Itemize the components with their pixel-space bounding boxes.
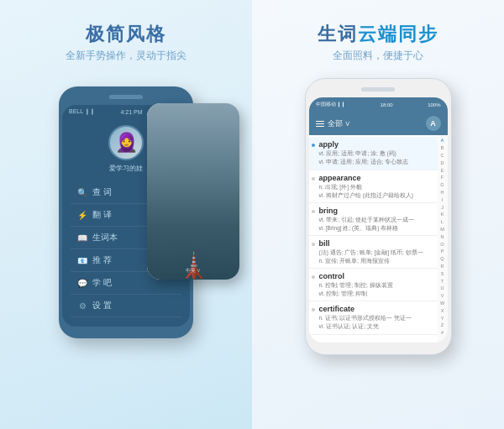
alpha-letter[interactable]: M <box>440 226 444 233</box>
menu-icon: 📖 <box>77 233 87 243</box>
phone-secondary: 🗼 中英 ∨ <box>147 103 239 280</box>
alpha-letter[interactable]: Y <box>441 315 444 322</box>
entry-def2: vi. 申请; 适用; 应用; 适合; 专心致志 <box>316 158 431 165</box>
alpha-letter[interactable]: E <box>441 167 444 175</box>
username: 爱学习的娃 <box>109 164 143 173</box>
entry-dot <box>312 243 315 246</box>
alpha-letter[interactable]: L <box>441 218 444 226</box>
avatar-icon: 🧕 <box>115 132 138 154</box>
entry-def2: vt. 控制; 管理; 抑制 <box>316 290 431 297</box>
right-subtitle: 全面照料，便捷于心 <box>318 49 438 63</box>
alpha-letter[interactable]: X <box>441 307 444 315</box>
phone-right: 中国移动 ❙❙ 18:00 100% 全部 ∨ A apply vt. 应用; … <box>305 78 452 355</box>
dict-avatar-button[interactable]: A <box>426 116 441 131</box>
entry-word: apply <box>316 140 431 149</box>
entry-def2: vi. 证书认证; 认证; 文凭 <box>316 322 431 330</box>
tower-icon: 🗼 <box>178 250 209 280</box>
carrier-right: 中国移动 ❙❙ <box>316 101 346 108</box>
photo-caption: 中英 ∨ <box>186 267 202 275</box>
alpha-letter[interactable]: J <box>441 204 444 212</box>
menu-icon: ⚡ <box>77 211 87 220</box>
phone-container-left: BELL ❙❙ 4:21 PM 100% 🧕 爱学习的娃 🔍查 词⚡翻 译📖生词… <box>59 86 193 338</box>
menu-label: 生词本 <box>92 232 118 243</box>
dict-list: apply vt. 应用; 适用; 申请; 涂; 敷 (药) vi. 申请; 适… <box>309 135 438 343</box>
menu-label: 翻 译 <box>92 209 112 221</box>
alpha-letter[interactable]: P <box>441 248 444 255</box>
alpha-letter[interactable]: I <box>442 196 444 204</box>
avatar: 🧕 <box>108 125 144 160</box>
alpha-letter[interactable]: O <box>440 241 444 249</box>
entry-word: certificate <box>316 305 431 313</box>
phone-right-screen: 中国移动 ❙❙ 18:00 100% 全部 ∨ A apply vt. 应用; … <box>309 97 448 343</box>
menu-icon: ⚙ <box>77 301 87 311</box>
left-panel: 极简风格 全新手势操作，灵动于指尖 BELL ❙❙ 4:21 PM 100% 🧕… <box>0 0 252 429</box>
alpha-letter[interactable]: W <box>440 300 444 307</box>
entry-dot <box>312 275 315 279</box>
entry-def: vt. 带来; 引起; 使处于某种状况一成一 <box>316 216 431 223</box>
alpha-letter[interactable]: K <box>441 211 444 218</box>
entry-def2: n. 宣传; 开账单; 用海报宣传 <box>316 257 431 264</box>
entry-dot <box>312 144 315 147</box>
alpha-letter[interactable]: F <box>441 174 444 181</box>
carrier-left: BELL ❙❙ <box>69 108 95 115</box>
alpha-letter[interactable]: B <box>441 144 444 152</box>
alpha-letter[interactable]: C <box>441 152 444 160</box>
menu-icon: 💬 <box>77 279 87 288</box>
entry-word: control <box>316 272 431 280</box>
menu-icon: 🔍 <box>77 188 87 197</box>
alpha-letter[interactable]: Q <box>440 255 444 263</box>
right-title-part1: 生词 <box>318 24 358 44</box>
entry-dot <box>312 177 315 180</box>
entry-def: (法) 通告; 广告; 账单; [金融] 纸币; 钞票一 <box>316 249 431 256</box>
left-subtitle: 全新手势操作，灵动于指尖 <box>66 49 186 63</box>
alpha-letter[interactable]: # <box>441 329 444 337</box>
dict-entry[interactable]: bill (法) 通告; 广告; 账单; [金融] 纸币; 钞票一 n. 宣传;… <box>309 236 438 269</box>
alpha-letter[interactable]: R <box>441 263 444 270</box>
alpha-letter[interactable]: S <box>441 270 444 278</box>
dict-entry[interactable]: bring vt. 带来; 引起; 使处于某种状况一成一 vi. [Bring]… <box>309 203 438 236</box>
alpha-letter[interactable]: A <box>441 137 444 144</box>
entry-def: n. 控制; 管理; 制控; 操纵装置 <box>316 281 431 289</box>
menu-item[interactable]: ⚙设 置 <box>71 295 181 317</box>
dict-entry[interactable]: certificate n. 证书; 以证书形式授权给一 凭证一 vi. 证书认… <box>309 301 438 334</box>
dict-entry[interactable]: apply vt. 应用; 适用; 申请; 涂; 敷 (药) vi. 申请; 适… <box>309 137 438 170</box>
dict-header: 全部 ∨ A <box>309 112 448 135</box>
hamburger-icon[interactable] <box>316 121 324 128</box>
menu-label: 设 置 <box>92 300 112 311</box>
menu-icon: 📧 <box>77 256 87 265</box>
menu-label: 推 荐 <box>92 254 112 266</box>
right-header: 生词云端同步 全面照料，便捷于心 <box>318 24 438 63</box>
entry-def: vt. 应用; 适用; 申请; 涂; 敷 (药) <box>316 149 431 157</box>
entry-def2: vi. [Bring] 姓; (英、瑞典) 布林格 <box>316 224 431 232</box>
entry-def: n. 证书; 以证书形式授权给一 凭证一 <box>316 314 431 322</box>
status-bar-right: 中国移动 ❙❙ 18:00 100% <box>309 97 448 112</box>
entry-word: appearance <box>316 174 431 182</box>
time-left: 4:21 PM <box>120 109 142 115</box>
entry-def: n. 出现; [外] 外貌 <box>316 183 431 191</box>
alpha-letter[interactable]: V <box>441 292 444 300</box>
alpha-letter[interactable]: H <box>441 189 444 196</box>
dict-entry[interactable]: appearance n. 出现; [外] 外貌 vi. 将财产过户给 (此指迁… <box>309 170 438 203</box>
dict-content: apply vt. 应用; 适用; 申请; 涂; 敷 (药) vi. 申请; 适… <box>309 135 448 343</box>
right-title-part2: 云端同步 <box>358 24 438 44</box>
menu-label: 学 吧 <box>92 277 112 289</box>
entry-dot <box>312 308 315 311</box>
dict-header-left: 全部 ∨ <box>316 118 351 129</box>
alpha-letter[interactable]: U <box>441 285 444 292</box>
alpha-letter[interactable]: Z <box>441 322 444 329</box>
left-header: 极简风格 全新手势操作，灵动于指尖 <box>66 24 186 63</box>
alpha-letter[interactable]: T <box>441 278 444 285</box>
alpha-letter[interactable]: D <box>441 160 444 167</box>
dict-title[interactable]: 全部 ∨ <box>328 118 351 129</box>
entry-def2: vi. 将财产过户给 (此指迁户籍给权人) <box>316 191 431 199</box>
alpha-letter[interactable]: N <box>441 233 444 241</box>
left-title: 极简风格 <box>66 24 186 45</box>
time-right: 18:00 <box>381 102 393 107</box>
photo-background: 🗼 中英 ∨ <box>147 103 239 280</box>
right-title: 生词云端同步 <box>318 24 438 45</box>
alpha-letter[interactable]: G <box>440 181 444 189</box>
entry-dot <box>312 210 315 213</box>
menu-label: 查 词 <box>92 186 112 198</box>
dict-entry[interactable]: control n. 控制; 管理; 制控; 操纵装置 vt. 控制; 管理; … <box>309 269 438 301</box>
entry-word: bring <box>316 207 431 215</box>
